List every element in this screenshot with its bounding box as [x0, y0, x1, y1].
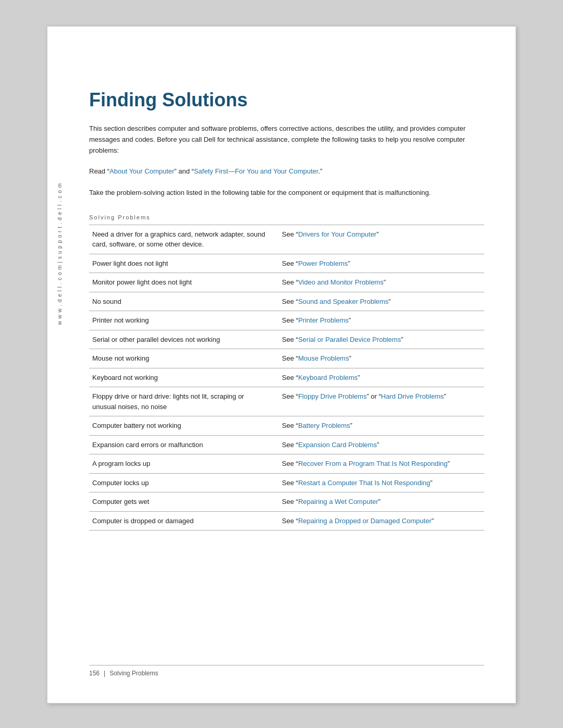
read-prefix: Read “	[89, 167, 109, 175]
solution-link[interactable]: Battery Problems	[298, 422, 350, 429]
table-row: Expansion card errors or malfunctionSee …	[89, 435, 484, 454]
problems-table: Need a driver for a graphics card, netwo…	[89, 225, 484, 531]
solution-cell: See “Power Problems”	[279, 254, 484, 273]
read-section: Read “About Your Computer” and “Safety F…	[89, 166, 484, 177]
solution-link[interactable]: Mouse Problems	[298, 354, 349, 362]
solution-link[interactable]: Recover From a Program That Is Not Respo…	[298, 460, 448, 467]
problem-cell: Need a driver for a graphics card, netwo…	[89, 225, 279, 254]
table-row: Floppy drive or hard drive: lights not l…	[89, 387, 484, 416]
problem-cell: Mouse not working	[89, 349, 279, 368]
solution-link[interactable]: Repairing a Wet Computer	[298, 498, 378, 505]
table-row: Mouse not workingSee “Mouse Problems”	[89, 349, 484, 368]
table-row: Printer not workingSee “Printer Problems…	[89, 311, 484, 330]
solution-cell: See “Serial or Parallel Device Problems”	[279, 330, 484, 349]
table-row: Computer gets wetSee “Repairing a Wet Co…	[89, 492, 484, 512]
solution-cell: See “Battery Problems”	[279, 416, 484, 436]
table-row: A program locks upSee “Recover From a Pr…	[89, 454, 484, 474]
table-row: Computer is dropped or damagedSee “Repai…	[89, 511, 484, 530]
solution-cell: See “Printer Problems”	[279, 311, 484, 330]
solution-link[interactable]: Serial or Parallel Device Problems	[298, 336, 401, 343]
table-row: Monitor power light does not lightSee “V…	[89, 273, 484, 292]
table-row: Serial or other parallel devices not wor…	[89, 330, 484, 349]
solution-cell: See “Repairing a Dropped or Damaged Comp…	[279, 511, 484, 530]
footer-label: Solving Problems	[109, 670, 158, 677]
footer-bar: 156 | Solving Problems	[89, 665, 484, 677]
solution-link[interactable]: Power Problems	[298, 260, 348, 267]
solution-link[interactable]: Drivers for Your Computer	[298, 230, 376, 238]
intro-paragraph: This section describes computer and soft…	[89, 124, 484, 156]
problem-cell: Power light does not light	[89, 254, 279, 273]
footer-divider: |	[104, 670, 105, 677]
solution-cell: See “Recover From a Program That Is Not …	[279, 454, 484, 474]
solution-cell: See “Expansion Card Problems”	[279, 435, 484, 454]
page-container: w w w . d e l l . c o m | s u p p o r t …	[47, 26, 516, 704]
solution-link[interactable]: Expansion Card Problems	[298, 441, 377, 449]
solution-cell: See “Sound and Speaker Problems”	[279, 292, 484, 311]
solution-cell: See “Keyboard Problems”	[279, 368, 484, 387]
table-row: Computer battery not workingSee “Battery…	[89, 416, 484, 436]
main-content: Finding Solutions This section describes…	[89, 27, 484, 572]
about-computer-link[interactable]: About Your Computer	[109, 167, 174, 175]
problem-cell: Keyboard not working	[89, 368, 279, 387]
problem-cell: Computer gets wet	[89, 492, 279, 512]
page-title: Finding Solutions	[89, 89, 484, 111]
solution-link[interactable]: Video and Monitor Problems	[298, 278, 384, 286]
problem-cell: Expansion card errors or malfunction	[89, 435, 279, 454]
problem-cell: No sound	[89, 292, 279, 311]
solution-cell: See “Restart a Computer That Is Not Resp…	[279, 473, 484, 492]
problem-cell: Computer battery not working	[89, 416, 279, 436]
solution-cell: See “Drivers for Your Computer”	[279, 225, 484, 254]
problem-cell: A program locks up	[89, 454, 279, 474]
problem-cell: Printer not working	[89, 311, 279, 330]
table-row: No soundSee “Sound and Speaker Problems”	[89, 292, 484, 311]
solution-cell: See “Floppy Drive Problems” or “Hard Dri…	[279, 387, 484, 416]
solution-cell: See “Mouse Problems”	[279, 349, 484, 368]
problem-cell: Computer is dropped or damaged	[89, 511, 279, 530]
read-suffix: .”	[318, 167, 322, 175]
table-row: Keyboard not workingSee “Keyboard Proble…	[89, 368, 484, 387]
solution-link[interactable]: Floppy Drive Problems	[298, 392, 367, 400]
table-row: Power light does not lightSee “Power Pro…	[89, 254, 484, 273]
sidebar-text: w w w . d e l l . c o m | s u p p o r t …	[57, 183, 63, 325]
solution-cell: See “Video and Monitor Problems”	[279, 273, 484, 292]
solution-link[interactable]: Printer Problems	[298, 316, 349, 324]
safety-first-link[interactable]: Safety First—For You and Your Computer	[194, 167, 318, 175]
section-header: Solving Problems	[89, 214, 484, 220]
solution-link-2[interactable]: Hard Drive Problems	[381, 392, 444, 400]
solution-link[interactable]: Repairing a Dropped or Damaged Computer	[298, 517, 432, 525]
solution-link[interactable]: Keyboard Problems	[298, 374, 358, 381]
solution-link[interactable]: Restart a Computer That Is Not Respondin…	[298, 479, 430, 487]
footer-page-number: 156	[89, 670, 100, 677]
table-row: Need a driver for a graphics card, netwo…	[89, 225, 484, 254]
problem-cell: Computer locks up	[89, 473, 279, 492]
solution-cell: See “Repairing a Wet Computer”	[279, 492, 484, 512]
table-row: Computer locks upSee “Restart a Computer…	[89, 473, 484, 492]
solution-link[interactable]: Sound and Speaker Problems	[298, 298, 388, 305]
problem-cell: Floppy drive or hard drive: lights not l…	[89, 387, 279, 416]
problem-action-text: Take the problem-solving action listed i…	[89, 188, 484, 199]
problem-cell: Serial or other parallel devices not wor…	[89, 330, 279, 349]
problem-cell: Monitor power light does not light	[89, 273, 279, 292]
read-mid: ” and “	[174, 167, 194, 175]
